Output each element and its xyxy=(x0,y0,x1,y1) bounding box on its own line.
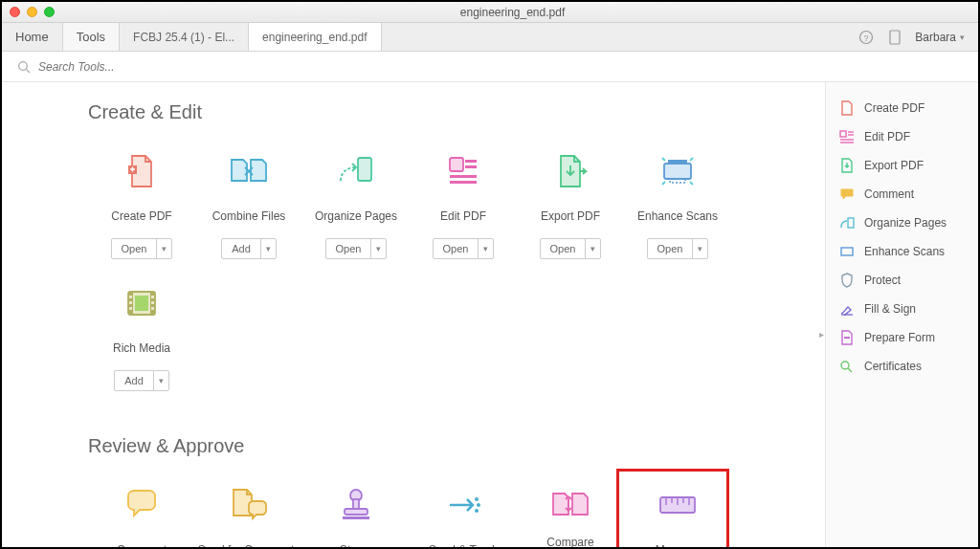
svg-rect-18 xyxy=(135,296,148,311)
svg-point-31 xyxy=(475,509,479,513)
svg-point-30 xyxy=(477,503,480,507)
nav-home[interactable]: Home xyxy=(2,23,63,51)
tool-label: Comment xyxy=(117,538,167,547)
svg-rect-20 xyxy=(129,301,132,304)
tool-label: Edit PDF xyxy=(440,204,486,231)
search-input[interactable] xyxy=(38,60,963,74)
tool-action-button[interactable]: Open▾ xyxy=(433,238,495,259)
send-comments-icon xyxy=(226,482,272,528)
svg-rect-10 xyxy=(450,175,477,178)
stamp-icon xyxy=(333,482,379,528)
sidebar-item-organize-pages[interactable]: Organize Pages xyxy=(826,209,978,237)
tool-label: Export PDF xyxy=(541,204,600,231)
pen-icon xyxy=(839,301,855,317)
annotation-highlight xyxy=(616,469,729,547)
rich-media-icon xyxy=(119,280,165,326)
sidebar-label: Certificates xyxy=(864,360,922,373)
sidebar-label: Enhance Scans xyxy=(864,245,945,258)
comment-icon xyxy=(839,187,855,202)
svg-line-4 xyxy=(27,69,31,73)
sidebar-label: Export PDF xyxy=(864,159,924,172)
doc-tab[interactable]: engineering_end.pdf xyxy=(249,23,381,51)
tool-label: Create PDF xyxy=(111,204,171,231)
sidebar-label: Prepare Form xyxy=(864,331,935,344)
chevron-down-icon: ▾ xyxy=(157,239,171,258)
tool-enhance-scans[interactable]: Enhance Scans Open▾ xyxy=(624,143,731,274)
user-menu[interactable]: Barbara ▾ xyxy=(915,31,965,44)
nav-tools[interactable]: Tools xyxy=(63,23,120,51)
svg-rect-2 xyxy=(890,31,900,44)
sidebar-item-enhance-scans[interactable]: Enhance Scans xyxy=(826,237,978,266)
tool-action-button[interactable]: Open▾ xyxy=(325,238,388,259)
tool-stamp[interactable]: Stamp Add▾ xyxy=(302,476,410,547)
sidebar-item-prepare-form[interactable]: Prepare Form xyxy=(826,323,978,352)
sidebar-item-export-pdf[interactable]: Export PDF xyxy=(826,151,978,180)
edit-pdf-icon xyxy=(440,148,486,194)
chevron-down-icon: ▾ xyxy=(693,239,707,258)
search-bar xyxy=(2,52,978,82)
sidebar-label: Organize Pages xyxy=(864,216,947,230)
sidebar-item-certificates[interactable]: Certificates xyxy=(826,352,978,381)
sidebar-label: Protect xyxy=(864,274,901,287)
tool-send-comments[interactable]: Send for Comments Add▾ xyxy=(195,476,302,547)
svg-rect-23 xyxy=(151,301,154,304)
sidebar-item-fill-sign[interactable]: Fill & Sign xyxy=(826,295,978,323)
traffic-lights xyxy=(10,7,55,17)
tool-label: Combine Files xyxy=(212,204,286,231)
tool-label: Send for Comments xyxy=(198,538,301,547)
svg-rect-27 xyxy=(345,509,368,515)
tool-action-button[interactable]: Add▾ xyxy=(114,370,169,391)
tool-action-button[interactable]: Open▾ xyxy=(111,238,173,259)
create-pdf-icon xyxy=(839,100,855,116)
tool-combine-files[interactable]: Combine Files Add▾ xyxy=(195,143,302,274)
help-icon[interactable]: ? xyxy=(858,29,875,46)
section-title-review-approve: Review & Approve xyxy=(88,435,796,457)
sidebar-item-create-pdf[interactable]: Create PDF xyxy=(826,94,978,122)
tool-send-track[interactable]: Send & Track Add▾ xyxy=(410,476,517,547)
certificate-icon xyxy=(839,359,855,374)
svg-text:?: ? xyxy=(864,33,869,42)
minimize-window-button[interactable] xyxy=(27,7,37,17)
window-title: engineering_end.pdf xyxy=(55,6,970,19)
svg-rect-11 xyxy=(450,181,477,184)
tool-edit-pdf[interactable]: Edit PDF Open▾ xyxy=(410,143,517,274)
compare-docs-icon xyxy=(547,482,593,528)
shield-icon xyxy=(839,273,855,288)
tool-compare-docs[interactable]: Compare Documents Add▾ xyxy=(517,476,624,547)
sidebar-item-protect[interactable]: Protect xyxy=(826,266,978,295)
svg-rect-19 xyxy=(129,296,132,298)
sidebar-label: Edit PDF xyxy=(864,130,910,143)
tool-organize-pages[interactable]: Organize Pages Open▾ xyxy=(302,143,410,274)
maximize-window-button[interactable] xyxy=(44,7,55,17)
sidebar-item-edit-pdf[interactable]: Edit PDF xyxy=(826,122,978,151)
svg-rect-24 xyxy=(151,307,154,310)
chevron-down-icon: ▾ xyxy=(586,239,600,258)
section-title-create-edit: Create & Edit xyxy=(88,101,796,123)
doc-tab[interactable]: FCBJ 25.4 (1) - El... xyxy=(120,23,249,51)
tool-label: Send & Track xyxy=(429,538,498,547)
tool-export-pdf[interactable]: Export PDF Open▾ xyxy=(517,143,624,274)
tool-action-button[interactable]: Add▾ xyxy=(221,238,277,259)
content-area: Create & Edit Create PDF Open▾ Combine F… xyxy=(2,82,825,547)
sidebar-label: Fill & Sign xyxy=(864,302,916,316)
tool-action-button[interactable]: Open▾ xyxy=(540,238,602,259)
tool-comment[interactable]: Comment Open▾ xyxy=(88,476,195,547)
tab-bar: Home Tools FCBJ 25.4 (1) - El... enginee… xyxy=(2,23,978,52)
comment-icon xyxy=(119,482,165,528)
tool-action-button[interactable]: Open▾ xyxy=(647,238,709,259)
tool-create-pdf[interactable]: Create PDF Open▾ xyxy=(88,143,195,274)
tool-label: Enhance Scans xyxy=(637,204,718,231)
svg-point-47 xyxy=(841,362,849,369)
notification-icon[interactable] xyxy=(886,29,903,46)
svg-rect-46 xyxy=(844,337,850,339)
chevron-down-icon: ▾ xyxy=(371,239,386,258)
create-pdf-icon xyxy=(119,148,165,194)
tool-rich-media[interactable]: Rich Media Add▾ xyxy=(88,274,195,406)
sidebar-item-comment[interactable]: Comment xyxy=(826,180,978,209)
svg-rect-9 xyxy=(465,165,477,168)
close-window-button[interactable] xyxy=(10,7,20,17)
collapse-panel-button[interactable]: ▸ xyxy=(816,315,826,353)
chevron-down-icon: ▾ xyxy=(960,33,965,42)
form-icon xyxy=(839,330,855,345)
svg-rect-6 xyxy=(358,158,371,181)
